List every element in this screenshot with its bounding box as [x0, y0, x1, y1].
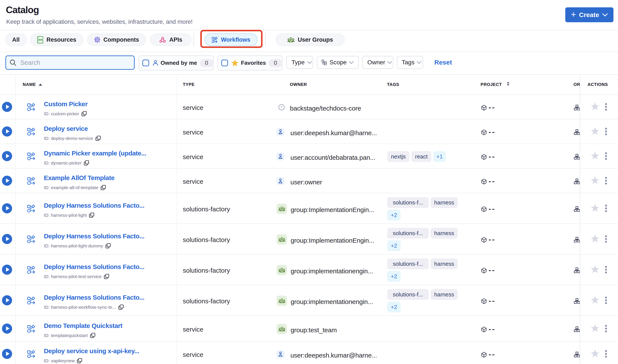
svg-text:?: ? — [281, 105, 282, 109]
